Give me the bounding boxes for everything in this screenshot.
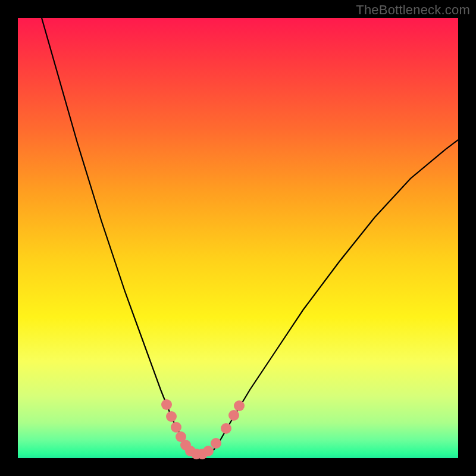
highlight-point [228,410,239,421]
highlight-point [211,438,221,449]
curve-svg [18,18,458,458]
plot-area [18,18,458,458]
highlight-point [166,411,177,422]
highlight-point [161,399,172,410]
highlight-point [171,422,181,433]
bottleneck-curve [42,18,458,455]
watermark-text: TheBottleneck.com [356,2,470,18]
highlight-point [234,400,245,411]
highlight-markers [161,399,245,459]
highlight-point [221,423,231,434]
highlight-point [203,446,214,456]
chart-frame: TheBottleneck.com [0,0,476,476]
